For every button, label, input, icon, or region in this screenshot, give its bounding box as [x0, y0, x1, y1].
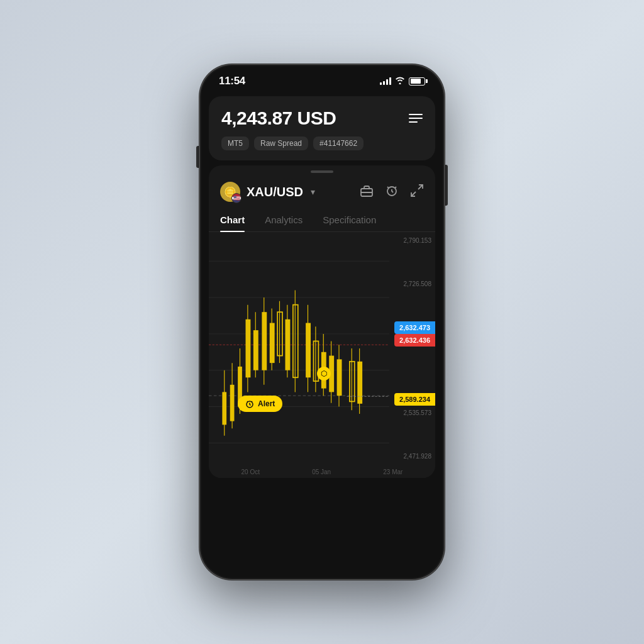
eth-marker: ⬡	[317, 367, 331, 380]
battery-icon	[409, 77, 425, 86]
spread-tag: Raw Spread	[254, 136, 308, 150]
svg-rect-46	[357, 362, 362, 404]
pair-left: 🪙 🇺🇸 XAU/USD ▾	[220, 182, 315, 202]
svg-rect-24	[262, 312, 267, 370]
svg-rect-20	[246, 319, 251, 378]
alarm-small-icon	[245, 399, 254, 408]
alarm-icon[interactable]	[385, 184, 399, 201]
status-icons	[380, 77, 425, 86]
chevron-down-icon[interactable]: ▾	[311, 187, 315, 197]
bid-price-badge: 2,632.473	[394, 321, 435, 334]
svg-rect-14	[222, 392, 226, 425]
pair-icon: 🪙 🇺🇸	[220, 182, 240, 202]
svg-rect-26	[270, 323, 275, 364]
balance-amount: 4,243.87 USD	[221, 108, 336, 129]
svg-rect-22	[253, 330, 258, 370]
svg-rect-30	[286, 319, 291, 370]
ask-price-badge: 2,632.436	[394, 334, 435, 347]
account-tag: #41147662	[313, 136, 364, 150]
phone-screen: 11:54 4,243	[201, 66, 443, 578]
date-labels: 20 Oct 05 Jan 23 Mar	[209, 465, 435, 478]
menu-button[interactable]	[409, 114, 423, 123]
status-time: 11:54	[219, 75, 245, 87]
pair-header: 🪙 🇺🇸 XAU/USD ▾	[209, 173, 435, 208]
tab-specification[interactable]: Specification	[323, 208, 376, 231]
svg-rect-34	[306, 323, 311, 378]
alert-badge-label: Alert	[258, 399, 275, 408]
alert-price-badge: 2,589.234	[394, 393, 435, 406]
pair-name: XAU/USD	[247, 185, 303, 199]
platform-tag: MT5	[221, 136, 249, 150]
alert-badge[interactable]: Alert	[238, 396, 282, 412]
status-bar: 11:54	[201, 66, 443, 92]
svg-line-3	[418, 185, 423, 189]
expand-icon[interactable]	[410, 184, 424, 201]
briefcase-icon[interactable]	[360, 184, 374, 200]
svg-rect-42	[337, 359, 342, 396]
date-label-3: 23 Mar	[383, 469, 402, 475]
svg-rect-16	[230, 385, 235, 421]
candlestick-chart	[209, 232, 435, 465]
pair-actions	[360, 184, 424, 201]
tab-chart[interactable]: Chart	[220, 208, 245, 231]
chart-area: 2,790.153 2,726.508 2,662.862 2,598.217 …	[209, 232, 435, 465]
svg-line-4	[411, 192, 416, 196]
phone-frame: 11:54 4,243	[199, 64, 445, 580]
chart-section: 🪙 🇺🇸 XAU/USD ▾	[209, 165, 435, 478]
signal-bars-icon	[380, 77, 391, 85]
tags-row: MT5 Raw Spread #41147662	[221, 136, 423, 150]
header-card: 4,243.87 USD MT5 Raw Spread #41147662	[209, 96, 435, 160]
wifi-icon	[395, 77, 405, 86]
date-label-1: 20 Oct	[242, 469, 260, 475]
tabs: Chart Analytics Specification	[209, 208, 435, 232]
date-label-2: 05 Jan	[312, 469, 331, 475]
tab-analytics[interactable]: Analytics	[265, 208, 303, 231]
pair-flag: 🇺🇸	[231, 193, 242, 203]
